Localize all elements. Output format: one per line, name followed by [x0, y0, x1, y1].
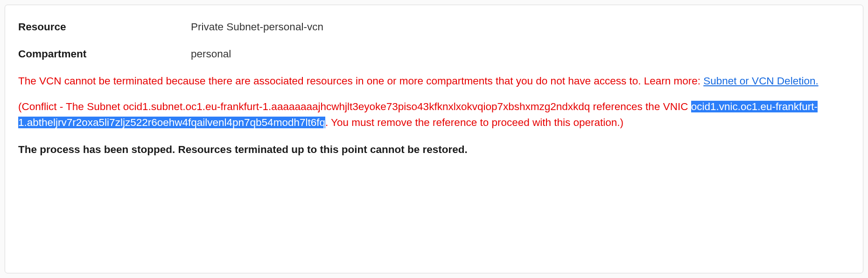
compartment-value: personal [191, 46, 231, 62]
learn-more-link[interactable]: Subnet or VCN Deletion. [703, 75, 818, 87]
resource-value: Private Subnet-personal-vcn [191, 19, 323, 35]
compartment-label: Compartment [18, 46, 191, 62]
conflict-message: (Conflict - The Subnet ocid1.subnet.oc1.… [18, 99, 850, 131]
resource-label: Resource [18, 19, 191, 35]
error-text: The VCN cannot be terminated because the… [18, 75, 703, 87]
resource-row: Resource Private Subnet-personal-vcn [18, 19, 850, 35]
error-panel: Resource Private Subnet-personal-vcn Com… [5, 5, 863, 273]
error-message: The VCN cannot be terminated because the… [18, 73, 850, 89]
conflict-text-prefix: (Conflict - The Subnet ocid1.subnet.oc1.… [18, 101, 691, 112]
process-stopped-message: The process has been stopped. Resources … [18, 142, 850, 158]
compartment-row: Compartment personal [18, 46, 850, 62]
conflict-text-suffix: . You must remove the reference to proce… [325, 117, 623, 128]
